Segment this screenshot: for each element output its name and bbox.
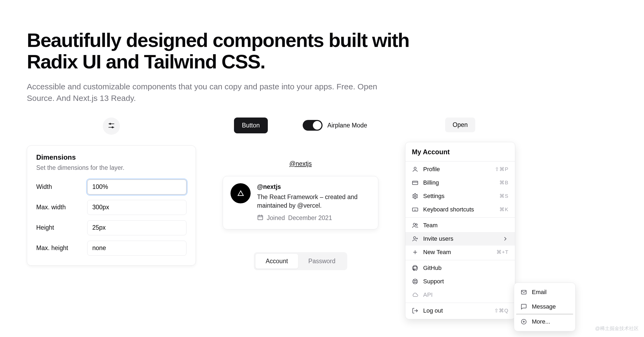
user-plus-icon (412, 236, 418, 242)
svg-point-21 (413, 223, 415, 225)
svg-point-23 (414, 237, 416, 239)
menu-item-invite-users[interactable]: Invite users (405, 232, 515, 246)
height-input[interactable] (87, 220, 186, 235)
svg-point-29 (414, 280, 416, 283)
svg-line-32 (416, 280, 417, 281)
max-width-input[interactable] (87, 200, 186, 215)
submenu-item-email[interactable]: Email (516, 285, 573, 299)
svg-marker-6 (238, 191, 243, 196)
svg-point-22 (416, 224, 417, 225)
hovercard-trigger-link[interactable]: @nextjs (289, 160, 312, 167)
invite-users-submenu: Email Message More... (514, 283, 576, 331)
github-icon (412, 265, 418, 271)
dropdown-open-button[interactable]: Open (445, 118, 475, 132)
menu-item-profile[interactable]: Profile ⇧⌘P (405, 163, 515, 176)
plus-icon (412, 249, 418, 255)
svg-rect-7 (258, 215, 263, 220)
menu-title: My Account (405, 142, 515, 160)
menu-item-keyboard-shortcuts[interactable]: Keyboard shortcuts ⌘K (405, 203, 515, 216)
svg-point-11 (414, 167, 416, 169)
svg-rect-15 (412, 208, 418, 211)
height-label: Height (36, 224, 87, 231)
hero-title: Beautifully designed components built wi… (27, 30, 429, 73)
sliders-icon (108, 122, 115, 130)
hovercard-bio: The React Framework – created and mainta… (257, 193, 371, 210)
menu-item-billing[interactable]: Billing ⌘B (405, 176, 515, 189)
tab-account[interactable]: Account (255, 254, 298, 269)
gear-icon (412, 193, 418, 199)
menu-item-settings[interactable]: Settings ⌘S (405, 189, 515, 203)
menu-item-support[interactable]: Support (405, 275, 515, 288)
max-height-input[interactable] (87, 241, 186, 256)
svg-rect-12 (412, 181, 418, 185)
submenu-item-more[interactable]: More... (516, 314, 573, 329)
hovercard-handle: @nextjs (257, 183, 371, 191)
life-buoy-icon (412, 278, 418, 285)
cloud-icon (412, 292, 418, 298)
svg-line-31 (416, 282, 417, 283)
max-height-label: Max. height (36, 244, 87, 252)
tab-password[interactable]: Password (298, 254, 346, 269)
submenu-item-message[interactable]: Message (516, 299, 573, 314)
mail-icon (521, 289, 527, 295)
keyboard-icon (412, 206, 418, 213)
menu-item-github[interactable]: GitHub (405, 261, 515, 275)
switch-label: Airplane Mode (327, 122, 367, 129)
hero-subtitle: Accessible and customizable components t… (27, 81, 389, 104)
max-width-label: Max. width (36, 204, 87, 211)
chevron-right-icon (502, 236, 508, 242)
hover-card: @nextjs The React Framework – created an… (223, 176, 378, 229)
dimensions-title: Dimensions (36, 153, 186, 162)
width-label: Width (36, 183, 87, 191)
width-input[interactable] (87, 180, 186, 195)
watermark-text: @稀土掘金技术社区 (595, 325, 639, 332)
menu-item-logout[interactable]: Log out ⇧⌘Q (405, 304, 515, 317)
dimensions-description: Set the dimensions for the layer. (36, 164, 186, 171)
button-primary[interactable]: Button (234, 118, 268, 133)
svg-point-14 (414, 195, 416, 197)
joined-prefix: Joined (267, 214, 285, 222)
svg-line-33 (413, 282, 414, 283)
popover-trigger-button[interactable] (103, 118, 120, 135)
menu-item-api: API (405, 288, 515, 302)
tabs-list: Account Password (254, 252, 347, 270)
message-icon (521, 303, 527, 310)
joined-date: December 2021 (288, 214, 332, 222)
svg-line-30 (413, 280, 414, 281)
logout-icon (412, 307, 418, 314)
dimensions-popover: Dimensions Set the dimensions for the la… (27, 145, 196, 266)
credit-card-icon (412, 180, 418, 186)
avatar (230, 183, 251, 203)
airplane-mode-switch[interactable] (303, 120, 323, 131)
user-icon (412, 166, 418, 173)
calendar-icon (257, 214, 264, 222)
users-icon (412, 222, 418, 229)
menu-item-team[interactable]: Team (405, 219, 515, 232)
dropdown-menu: My Account Profile ⇧⌘P Billing ⌘B Settin… (405, 142, 515, 319)
menu-item-new-team[interactable]: New Team ⌘+T (405, 246, 515, 259)
plus-circle-icon (521, 318, 527, 325)
